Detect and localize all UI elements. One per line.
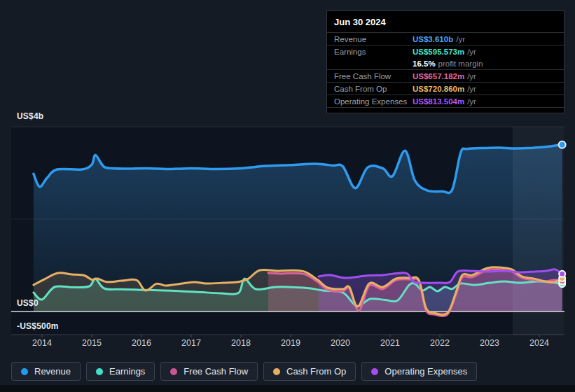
tooltip-row-value: US$813.504m <box>413 97 464 106</box>
tooltip-rows: RevenueUS$3.610b/yrEarningsUS$595.573m/y… <box>327 33 564 108</box>
highlight-band <box>513 127 564 335</box>
tooltip-row-label: Operating Expenses <box>334 97 413 106</box>
tooltip-row-suffix: profit margin <box>438 59 483 68</box>
legend-item-label: Free Cash Flow <box>183 366 248 377</box>
legend-item-earnings[interactable]: Earnings <box>86 362 155 381</box>
x-tick-label-2024: 2024 <box>524 338 555 348</box>
x-tick-label-2017: 2017 <box>176 338 207 348</box>
revenue-legend-dot-icon <box>21 368 28 375</box>
x-tick-label-2018: 2018 <box>226 338 256 348</box>
y-axis-label-4b: US$4b <box>17 111 43 121</box>
legend-item-label: Earnings <box>109 366 145 377</box>
tooltip-row-label: Revenue <box>334 35 413 43</box>
x-tick-label-2020: 2020 <box>325 338 356 348</box>
operating-expenses-endpoint-marker <box>559 271 565 277</box>
legend-item-label: Cash From Op <box>286 366 346 377</box>
operating-expenses-legend-dot-icon <box>371 368 378 375</box>
tooltip-row-label: Free Cash Flow <box>334 72 413 80</box>
tooltip-row-free-cash-flow: Free Cash FlowUS$657.182m/yr <box>327 70 564 83</box>
x-tick-label-2022: 2022 <box>424 338 455 348</box>
tooltip-row-value: US$720.860m <box>413 85 464 93</box>
tooltip-row-suffix: /yr <box>467 97 476 106</box>
earnings-legend-dot-icon <box>96 368 103 375</box>
tooltip-date: Jun 30 2024 <box>327 11 564 33</box>
legend-item-revenue[interactable]: Revenue <box>11 362 81 381</box>
tooltip-row-suffix: /yr <box>456 35 465 43</box>
legend-item-free-cash-flow[interactable]: Free Cash Flow <box>160 362 258 381</box>
tooltip-row-earnings: EarningsUS$595.573m/yr <box>327 46 564 57</box>
chart-legend: RevenueEarningsFree Cash FlowCash From O… <box>11 362 477 381</box>
revenue-endpoint-marker <box>559 141 566 148</box>
x-tick-label-2015: 2015 <box>76 338 107 348</box>
x-tick-label-2023: 2023 <box>474 338 505 348</box>
data-tooltip: Jun 30 2024 RevenueUS$3.610b/yrEarningsU… <box>326 10 564 113</box>
tooltip-row-revenue: RevenueUS$3.610b/yr <box>327 33 564 46</box>
tooltip-row-value: 16.5% <box>413 59 436 68</box>
cash-from-op-legend-dot-icon <box>273 368 280 375</box>
tooltip-row-label: Cash From Op <box>334 85 413 93</box>
x-axis: 2014201520162017201820192020202120222023… <box>0 338 575 349</box>
legend-item-operating-expenses[interactable]: Operating Expenses <box>361 362 477 381</box>
y-axis-label-0: US$0 <box>17 298 39 308</box>
tooltip-row-profit-margin: 16.5%profit margin <box>327 57 564 70</box>
x-tick-label-2021: 2021 <box>375 338 406 348</box>
x-tick-label-2014: 2014 <box>27 338 57 348</box>
earnings-revenue-history-chart: US$4b US$0 -US$500m 20142015201620172018… <box>0 0 575 392</box>
y-axis-label-neg500m: -US$500m <box>17 321 59 331</box>
tooltip-row-suffix: /yr <box>467 85 476 93</box>
legend-item-cash-from-op[interactable]: Cash From Op <box>263 362 356 381</box>
tooltip-row-value: US$3.610b <box>413 35 453 43</box>
tooltip-row-cash-from-op: Cash From OpUS$720.860m/yr <box>327 83 564 95</box>
tooltip-row-label: Earnings <box>334 48 413 56</box>
x-tick-label-2019: 2019 <box>275 338 306 348</box>
free-cash-flow-legend-dot-icon <box>170 368 177 375</box>
tooltip-row-suffix: /yr <box>467 48 476 56</box>
tooltip-row-operating-expenses: Operating ExpensesUS$813.504m/yr <box>327 95 564 108</box>
bottom-bar <box>0 385 575 392</box>
legend-item-label: Operating Expenses <box>385 366 467 377</box>
tooltip-row-suffix: /yr <box>467 72 476 80</box>
tooltip-row-value: US$657.182m <box>413 72 464 80</box>
legend-item-label: Revenue <box>34 366 71 377</box>
tooltip-row-value: US$595.573m <box>413 48 464 56</box>
x-tick-label-2016: 2016 <box>126 338 157 348</box>
